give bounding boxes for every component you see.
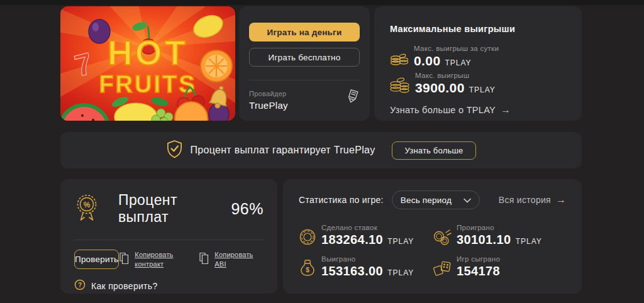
arrow-right-icon: → (556, 195, 566, 205)
divider (249, 80, 360, 80)
stat-label: Проиграно (457, 224, 542, 231)
plum-icon (89, 19, 110, 43)
stat-label: Игр сыграно (457, 255, 504, 263)
currency-label: TPLAY (516, 237, 542, 246)
guarantee-banner: Процент выплат гарантирует TruePlay Узна… (60, 132, 582, 168)
stat-lost: Проиграно 30101.10 TPLAY (433, 224, 566, 247)
dice-games-icon (433, 260, 452, 277)
payout-percent-value: 96% (231, 200, 264, 218)
svg-text:?: ? (78, 282, 82, 289)
max-win-daily-value: 0.00 (414, 53, 440, 69)
period-selected-value: Весь период (401, 196, 452, 205)
stats-title: Статистика по игре: (299, 195, 384, 205)
stat-won: $ Выиграно 153163.00 TPLAY (299, 255, 433, 278)
casino-chip-icon (299, 228, 316, 246)
trueplay-logo-icon (345, 89, 360, 111)
hot-fruits-artwork: 7 HOT FRUITS (60, 6, 235, 121)
stat-value: 30101.10 (457, 233, 511, 247)
game-page: 7 HOT FRUITS (0, 0, 644, 303)
max-wins-title: Максимальные выигрыши (390, 24, 566, 34)
learn-more-tplay-link[interactable]: Узнать больше о TPLAY → (390, 105, 511, 115)
game-title-line2: FRUITS (99, 71, 196, 97)
divider (74, 240, 264, 240)
learn-more-tplay-label: Узнать больше о TPLAY (390, 105, 496, 115)
game-stats-panel: Статистика по игре: Весь период Вся исто… (283, 179, 582, 294)
how-to-check-label: Как проверить? (91, 281, 157, 291)
play-for-money-button[interactable]: Играть на деньги (249, 23, 360, 41)
stat-label: Сделано ставок (321, 224, 414, 231)
stat-games-played: Игр сыграно 154178 (433, 255, 566, 278)
orange-slice-icon (201, 50, 232, 82)
stat-value: 183264.10 (321, 233, 383, 247)
stat-bets-made: Сделано ставок 183264.10 TPLAY (299, 224, 433, 247)
money-bag-icon: $ (299, 258, 316, 277)
game-title-line1: HOT (108, 33, 188, 72)
coins-stack-big-icon (390, 76, 410, 94)
copy-icon (119, 252, 130, 267)
max-win-daily-row: Макс. выигрыш за сутки 0.00 TPLAY (390, 45, 566, 69)
stat-label: Выиграно (321, 255, 414, 263)
full-history-label: Вся история (499, 195, 551, 205)
provider-row: Провайдер TruePlay (249, 89, 360, 111)
svg-text:%: % (84, 201, 91, 209)
provider-name: TruePlay (249, 100, 288, 111)
max-win-alltime-label: Макс. выигрыш (415, 72, 496, 79)
percent-medal-icon: % (74, 193, 99, 224)
payout-title: Процент выплат (118, 192, 231, 226)
question-circle-icon: ? (74, 279, 86, 293)
guarantee-learn-more-button[interactable]: Узнать больше (392, 141, 477, 160)
arrow-right-icon: → (501, 105, 511, 115)
copy-contract-link[interactable]: Копировать контракт (119, 250, 185, 269)
max-wins-panel: Максимальные выигрыши Макс. выигрыш за с… (374, 6, 582, 121)
currency-label: TPLAY (387, 268, 414, 277)
provider-label: Провайдер (249, 90, 288, 97)
play-panel: Играть на деньги Играть бесплатно Провай… (239, 6, 370, 121)
max-win-alltime-row: Макс. выигрыш 3900.00 TPLAY (390, 72, 566, 96)
how-to-check-link[interactable]: ? Как проверить? (74, 279, 264, 293)
payout-panel: % Процент выплат 96% Проверить Копироват… (60, 179, 277, 294)
game-artwork-banner: 7 HOT FRUITS (60, 6, 235, 121)
max-win-alltime-value: 3900.00 (415, 80, 465, 96)
copy-icon (199, 252, 209, 267)
max-win-daily-label: Макс. выигрыш за сутки (414, 45, 499, 52)
verify-button[interactable]: Проверить (74, 250, 119, 269)
shield-check-icon (166, 140, 183, 161)
stat-value: 154178 (457, 264, 500, 278)
period-dropdown[interactable]: Весь период (392, 190, 480, 209)
guarantee-text: Процент выплат гарантирует TruePlay (191, 145, 375, 156)
top-strip (0, 0, 644, 5)
coins-stack-icon (390, 52, 409, 67)
copy-abi-link[interactable]: Копировать ABI (199, 250, 265, 269)
play-for-free-button[interactable]: Играть бесплатно (249, 48, 360, 67)
chevron-down-icon (464, 194, 471, 206)
chips-lost-icon (433, 228, 452, 246)
copy-abi-label: Копировать ABI (214, 250, 265, 269)
currency-label: TPLAY (445, 58, 471, 67)
full-history-link[interactable]: Вся история → (499, 195, 566, 205)
svg-text:$: $ (306, 267, 309, 273)
copy-contract-label: Копировать контракт (135, 250, 185, 269)
currency-label: TPLAY (387, 237, 414, 246)
currency-label: TPLAY (469, 85, 496, 94)
stat-value: 153163.00 (321, 264, 383, 278)
